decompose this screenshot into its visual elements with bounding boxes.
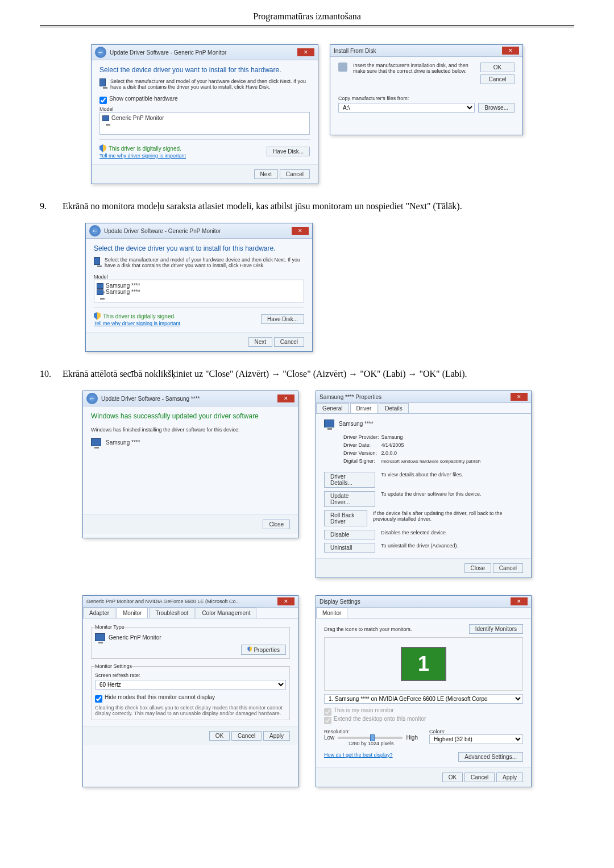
show-compat-checkbox[interactable]: Show compatible hardware bbox=[99, 95, 310, 104]
close-icon[interactable]: ✕ bbox=[292, 227, 309, 235]
monitor-icon bbox=[91, 438, 101, 446]
have-disk-button[interactable]: Have Disk... bbox=[267, 147, 310, 156]
settings-label: Monitor Settings bbox=[95, 663, 132, 669]
apply-button[interactable]: Apply bbox=[496, 773, 523, 782]
copy-label: Copy manufacturer's files from: bbox=[338, 95, 515, 101]
ok-button[interactable]: OK bbox=[480, 63, 515, 72]
instruction-text: Select the manufacturer and model of you… bbox=[105, 257, 304, 268]
model-label: Model bbox=[99, 106, 310, 112]
tab-troubleshoot[interactable]: Troubleshoot bbox=[149, 608, 194, 618]
tab-general[interactable]: General bbox=[316, 403, 349, 413]
step-text: Ekrānā no monitora modeļu saraksta atlas… bbox=[63, 201, 574, 211]
model-item[interactable]: Samsung **** bbox=[106, 283, 140, 289]
model-list[interactable]: Generic PnP Monitor bbox=[99, 112, 310, 135]
close-icon[interactable]: ✕ bbox=[502, 47, 519, 55]
dialog-title: Update Driver Software - Generic PnP Mon… bbox=[104, 228, 221, 234]
cancel-button[interactable]: Cancel bbox=[280, 169, 310, 179]
next-button[interactable]: Next bbox=[248, 337, 273, 347]
cancel-button[interactable]: Cancel bbox=[231, 731, 262, 741]
uninstall-desc: To uninstall the driver (Advanced). bbox=[381, 543, 458, 553]
step-number: 9. bbox=[40, 201, 63, 211]
hide-modes-checkbox[interactable]: Hide modes that this monitor cannot disp… bbox=[95, 694, 286, 703]
cancel-button[interactable]: Cancel bbox=[493, 563, 523, 573]
main-label: This is my main monitor bbox=[334, 707, 394, 713]
driver-details-button[interactable]: Driver Details... bbox=[324, 472, 375, 488]
model-item[interactable]: Samsung **** bbox=[106, 289, 140, 295]
close-icon[interactable]: ✕ bbox=[511, 393, 528, 401]
close-icon[interactable]: ✕ bbox=[511, 597, 528, 605]
properties-button[interactable]: Properties bbox=[241, 645, 286, 655]
tab-color[interactable]: Color Management bbox=[196, 608, 256, 618]
close-icon[interactable]: ✕ bbox=[297, 48, 314, 56]
hide-modes-input[interactable] bbox=[95, 695, 102, 703]
step-number: 10. bbox=[40, 369, 63, 379]
signing-link[interactable]: Tell me why driver signing is important bbox=[94, 321, 180, 326]
resolution-slider[interactable]: Low High bbox=[324, 734, 418, 741]
ok-button[interactable]: OK bbox=[209, 731, 230, 741]
model-label: Model bbox=[94, 274, 304, 280]
colors-select[interactable]: Highest (32 bit) bbox=[429, 734, 523, 744]
tab-details[interactable]: Details bbox=[379, 403, 409, 413]
back-icon[interactable]: ← bbox=[95, 47, 106, 58]
monitor-icon bbox=[97, 283, 103, 289]
disable-desc: Disables the selected device. bbox=[381, 530, 447, 539]
rollback-button[interactable]: Roll Back Driver bbox=[324, 510, 367, 526]
dialog-title: Update Driver Software - Samsung **** bbox=[101, 396, 200, 402]
cancel-button[interactable]: Cancel bbox=[274, 337, 304, 347]
step-9: 9. Ekrānā no monitora modeļu saraksta at… bbox=[40, 201, 574, 211]
date-val: 4/14/2005 bbox=[381, 442, 481, 448]
cancel-button[interactable]: Cancel bbox=[464, 773, 495, 782]
extend-checkbox[interactable]: Extend the desktop onto this monitor bbox=[324, 716, 523, 724]
close-icon[interactable]: ✕ bbox=[277, 394, 294, 402]
browse-button[interactable]: Browse... bbox=[478, 103, 515, 113]
step-text: Ekrānā attēlotā secībā noklikšķiniet uz … bbox=[63, 369, 574, 379]
dialog-title: Samsung **** Properties bbox=[320, 394, 381, 400]
instruction-text: Select the manufacturer and model of you… bbox=[110, 78, 310, 90]
refresh-select[interactable]: 60 Hertz bbox=[95, 680, 286, 690]
ok-button[interactable]: OK bbox=[442, 773, 463, 782]
shield-icon bbox=[247, 646, 252, 652]
path-select[interactable]: A:\ bbox=[338, 103, 475, 113]
model-item[interactable]: Generic PnP Monitor bbox=[111, 115, 164, 121]
extend-input bbox=[324, 717, 331, 724]
low-label: Low bbox=[324, 734, 334, 741]
close-icon[interactable]: ✕ bbox=[277, 597, 294, 605]
back-icon[interactable]: ← bbox=[86, 393, 98, 404]
dialog-title: Update Driver Software - Generic PnP Mon… bbox=[110, 49, 226, 56]
monitor-select[interactable]: 1. Samsung **** on NVIDIA GeForce 6600 L… bbox=[324, 694, 523, 704]
colors-label: Colors: bbox=[429, 729, 523, 734]
disable-button[interactable]: Disable bbox=[324, 530, 375, 539]
update-driver-button[interactable]: Update Driver... bbox=[324, 491, 375, 507]
tab-driver[interactable]: Driver bbox=[350, 403, 378, 413]
dialog-title: Install From Disk bbox=[334, 48, 376, 54]
next-button[interactable]: Next bbox=[254, 169, 279, 179]
step-10: 10. Ekrānā attēlotā secībā noklikšķiniet… bbox=[40, 369, 574, 379]
close-button[interactable]: Close bbox=[263, 520, 290, 529]
uninstall-button[interactable]: Uninstall bbox=[324, 543, 375, 553]
tab-monitor[interactable]: Monitor bbox=[316, 608, 347, 618]
monitor-type-label: Monitor Type bbox=[95, 624, 125, 630]
cancel-button[interactable]: Cancel bbox=[480, 74, 515, 84]
back-icon[interactable]: ← bbox=[89, 225, 101, 236]
close-button[interactable]: Close bbox=[464, 563, 492, 573]
monitor-icon bbox=[99, 78, 106, 86]
monitor-preview[interactable]: 1 bbox=[401, 647, 446, 681]
hide-modes-label: Hide modes that this monitor cannot disp… bbox=[105, 694, 215, 700]
page-header: Programmatūras izmantošana bbox=[40, 11, 574, 26]
main-monitor-checkbox[interactable]: This is my main monitor bbox=[324, 707, 523, 716]
apply-button[interactable]: Apply bbox=[263, 731, 290, 741]
version-val: 2.0.0.0 bbox=[381, 450, 481, 456]
have-disk-button[interactable]: Have Disk... bbox=[261, 314, 304, 324]
model-list[interactable]: Samsung **** Samsung **** bbox=[94, 280, 304, 302]
install-from-disk-dialog: Install From Disk ✕ Insert the manufactu… bbox=[330, 44, 523, 135]
header-rule bbox=[40, 27, 574, 27]
provider-val: Samsung bbox=[381, 434, 481, 440]
tab-monitor[interactable]: Monitor bbox=[117, 608, 148, 618]
best-display-link[interactable]: How do I get the best display? bbox=[324, 752, 393, 762]
advanced-settings-button[interactable]: Advanced Settings... bbox=[458, 752, 523, 762]
dialog-title: Display Settings bbox=[320, 599, 360, 605]
tab-adapter[interactable]: Adapter bbox=[83, 608, 115, 618]
show-compat-input[interactable] bbox=[99, 97, 107, 104]
identify-button[interactable]: Identify Monitors bbox=[469, 624, 523, 634]
signing-link[interactable]: Tell me why driver signing is important bbox=[99, 153, 186, 159]
